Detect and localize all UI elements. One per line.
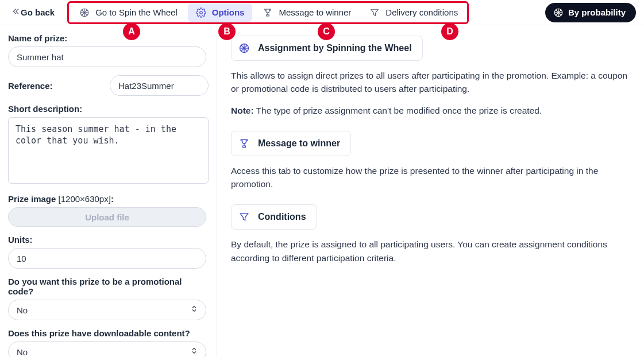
- section-conditions-head: Conditions: [231, 204, 317, 230]
- tab-message-winner[interactable]: Message to winner: [254, 3, 359, 22]
- section-message: Message to winner Access this tab to cus…: [231, 131, 628, 191]
- tabs-highlight-box: Go to Spin the Wheel Options Message to …: [67, 1, 469, 24]
- left-panel: Name of prize: Reference: Short descript…: [0, 25, 217, 357]
- section-message-text: Access this tab to customize how the pri…: [231, 164, 628, 191]
- upload-file-label: Upload file: [85, 212, 129, 222]
- section-assignment-text: This allows to assign direct prizes to a…: [231, 69, 628, 96]
- downloadable-select[interactable]: [8, 342, 206, 357]
- upload-file-button[interactable]: Upload file: [8, 207, 206, 227]
- wheel-icon: [79, 7, 90, 18]
- section-assignment: Assignment by Spinning the Wheel This al…: [231, 36, 628, 117]
- svg-marker-19: [240, 214, 248, 220]
- section-message-head: Message to winner: [231, 131, 351, 156]
- tab-message-label: Message to winner: [279, 7, 351, 17]
- downloadable-label: Does this prize have downloadable conten…: [8, 328, 209, 338]
- units-input[interactable]: [8, 248, 206, 269]
- section-assignment-head: Assignment by Spinning the Wheel: [231, 36, 423, 61]
- tab-options[interactable]: Options: [188, 3, 253, 22]
- tab-delivery-label: Delivery conditions: [385, 7, 458, 17]
- prize-image-label-text: Prize image: [8, 194, 56, 204]
- section-conditions: Conditions By default, the prize is assi…: [231, 204, 628, 265]
- section-conditions-title: Conditions: [258, 212, 306, 222]
- by-probability-button[interactable]: By probability: [545, 3, 636, 22]
- goback-label: Go back: [21, 7, 55, 17]
- gear-icon: [196, 7, 206, 18]
- chevron-left-icon: [10, 6, 21, 18]
- section-message-title: Message to winner: [258, 138, 340, 149]
- svg-point-5: [200, 11, 203, 14]
- note-label: Note:: [231, 106, 254, 115]
- topbar-right: By probability: [545, 3, 636, 22]
- by-probability-label: By probability: [568, 7, 626, 17]
- trophy-icon: [263, 7, 273, 18]
- name-row: Name of prize:: [8, 33, 209, 67]
- units-label: Units:: [8, 235, 209, 245]
- right-panel: Assignment by Spinning the Wheel This al…: [217, 25, 644, 357]
- prize-image-colon: :: [111, 194, 114, 204]
- tab-spin-label: Go to Spin the Wheel: [95, 7, 178, 17]
- section-assignment-note: Note: The type of prize assignment can't…: [231, 104, 628, 117]
- promo-code-row: Do you want this prize to be a promotion…: [8, 277, 209, 320]
- downloadable-row: Does this prize have downloadable conten…: [8, 328, 209, 357]
- reference-input[interactable]: [110, 75, 209, 96]
- goback-link[interactable]: Go back: [10, 6, 55, 18]
- filter-icon: [238, 211, 250, 223]
- tab-spin-wheel[interactable]: Go to Spin the Wheel: [71, 3, 186, 22]
- filter-icon: [369, 7, 380, 18]
- tab-options-label: Options: [212, 7, 245, 17]
- trophy-icon: [238, 138, 250, 149]
- reference-row: Reference:: [8, 75, 209, 96]
- note-text: The type of prize assignment can't be mo…: [254, 106, 542, 115]
- wheel-icon: [553, 7, 564, 18]
- name-input[interactable]: [8, 46, 206, 67]
- prize-image-label: Prize image [1200×630px]:: [8, 194, 209, 204]
- reference-label: Reference:: [8, 81, 53, 91]
- short-description-row: Short description:: [8, 104, 209, 186]
- promo-code-label: Do you want this prize to be a promotion…: [8, 277, 209, 296]
- name-label: Name of prize:: [8, 33, 209, 43]
- wheel-icon: [238, 42, 250, 54]
- short-description-textarea[interactable]: [8, 117, 209, 184]
- main: Name of prize: Reference: Short descript…: [0, 25, 644, 357]
- prize-image-dims: [1200×630px]: [59, 194, 111, 204]
- promo-code-select[interactable]: [8, 300, 206, 320]
- short-description-label: Short description:: [8, 104, 209, 114]
- section-assignment-title: Assignment by Spinning the Wheel: [258, 43, 412, 53]
- prize-image-row: Prize image [1200×630px]: Upload file: [8, 194, 209, 227]
- units-row: Units:: [8, 235, 209, 269]
- section-conditions-text: By default, the prize is assigned to all…: [231, 238, 628, 265]
- topbar: Go back Go to Spin the Wheel Options Mes…: [0, 0, 644, 25]
- svg-marker-7: [371, 9, 378, 15]
- tab-delivery-conditions[interactable]: Delivery conditions: [361, 3, 466, 22]
